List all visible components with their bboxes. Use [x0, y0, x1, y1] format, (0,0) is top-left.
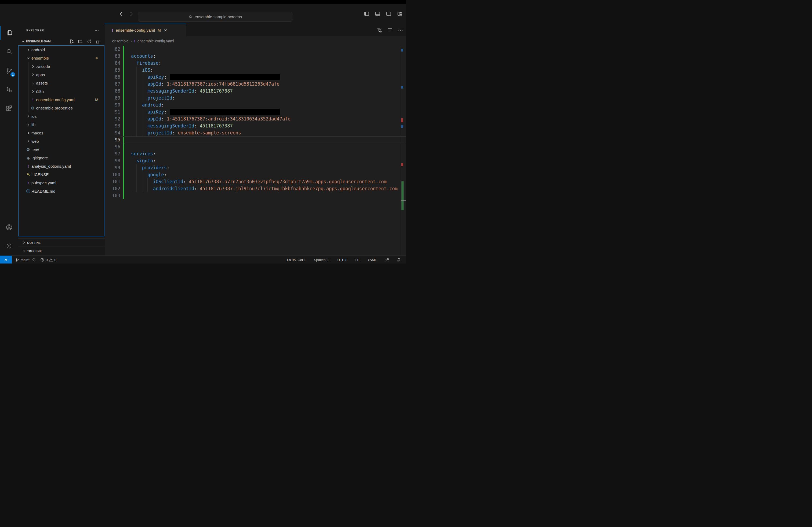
tree-item-ensemble-properties[interactable]: ⚙ensemble.properties — [18, 104, 104, 112]
cursor-position[interactable]: Ln 95, Col 1 — [286, 256, 307, 264]
info-icon: ⓘ — [26, 189, 30, 194]
encoding[interactable]: UTF-8 — [336, 256, 349, 264]
code-line-93[interactable]: 93messagingSenderId: 451181767387 — [105, 122, 406, 129]
code-line-82[interactable]: 82 — [105, 46, 406, 52]
redacted-value — [170, 74, 280, 80]
tree-item-ios[interactable]: ios — [18, 112, 104, 120]
new-folder-icon[interactable] — [78, 39, 83, 44]
more-actions-icon[interactable] — [398, 27, 403, 32]
code-line-91[interactable]: 91apiKey: — [105, 108, 406, 115]
remote-indicator[interactable] — [0, 256, 12, 264]
code-line-100[interactable]: 100google: — [105, 171, 406, 178]
code-line-102[interactable]: 102androidClientId: 451181767387-jhl9inu… — [105, 185, 406, 192]
tree-item-macos[interactable]: macos — [18, 129, 104, 137]
code-line-86[interactable]: 86apiKey: — [105, 74, 406, 80]
new-file-icon[interactable] — [69, 39, 74, 44]
errors-icon — [40, 258, 44, 262]
warning-count: 0 — [54, 258, 56, 262]
line-number: 103 — [105, 192, 120, 199]
code-line-88[interactable]: 88messagingSenderId: 451181767387 — [105, 88, 406, 94]
activity-explorer[interactable] — [0, 26, 19, 40]
branch-name: main* — [21, 258, 30, 262]
split-editor-icon[interactable] — [387, 27, 392, 32]
activity-account[interactable] — [0, 220, 18, 234]
toggle-secondary-sidebar-icon[interactable] — [386, 11, 391, 16]
chevron-right-icon — [31, 73, 35, 77]
code-line-89[interactable]: 89projectId: — [105, 94, 406, 102]
code-line-92[interactable]: 92appId: 1:451181767387:android:34183106… — [105, 115, 406, 122]
tree-item-analysis-options-yaml[interactable]: !analysis_options.yaml — [18, 162, 104, 170]
code-editor[interactable]: 8283accounts:84firebase:85iOS:86apiKey:8… — [105, 46, 406, 255]
tree-item-readme-md[interactable]: ⓘREADME.md — [18, 187, 104, 195]
code-line-97[interactable]: 97services: — [105, 150, 406, 157]
timeline-section[interactable]: TIMELINE — [18, 246, 105, 255]
activity-extensions[interactable] — [0, 102, 18, 115]
tree-item-license[interactable]: LICENSE — [18, 170, 104, 179]
command-center-search[interactable]: ensemble-sample-screens — [138, 12, 292, 22]
code-line-94[interactable]: 94projectId: ensemble-sample-screens — [105, 129, 406, 136]
tree-item-lib[interactable]: lib — [18, 120, 104, 129]
tab-ensemble-config[interactable]: ! ensemble-config.yaml M ✕ — [105, 24, 186, 36]
eol[interactable]: LF — [354, 256, 361, 264]
code-line-96[interactable]: 96 — [105, 143, 406, 150]
gutter-added-indicator — [123, 164, 124, 171]
tree-item--env[interactable]: ⚙.env — [18, 146, 104, 154]
workspace-section-header[interactable]: ENSEMBLE-SAM... — [18, 37, 105, 45]
code-line-103[interactable]: 103 — [105, 192, 406, 199]
toggle-sidebar-icon[interactable] — [364, 11, 369, 16]
code-line-98[interactable]: 98signIn: — [105, 157, 406, 164]
language-mode[interactable]: YAML — [366, 256, 378, 264]
code-line-99[interactable]: 99providers: — [105, 164, 406, 171]
customize-layout-icon[interactable] — [397, 11, 402, 16]
tree-item-web[interactable]: web — [18, 137, 104, 146]
tree-item-label: README.md — [31, 189, 55, 194]
tree-item-label: macos — [31, 131, 43, 135]
notifications-bell-icon[interactable] — [395, 256, 402, 264]
toggle-panel-icon[interactable] — [375, 11, 380, 16]
line-number: 88 — [105, 88, 120, 94]
tree-item-assets[interactable]: assets — [18, 79, 104, 87]
back-arrow-icon[interactable] — [118, 11, 124, 17]
code-line-101[interactable]: 101iOSClientId: 451181767387-a7rn75ot3n0… — [105, 178, 406, 185]
tree-item-android[interactable]: android — [18, 46, 104, 54]
gutter-added-indicator — [123, 129, 124, 136]
activity-settings[interactable] — [0, 239, 18, 253]
code-line-90[interactable]: 90android: — [105, 102, 406, 108]
open-changes-icon[interactable] — [377, 27, 382, 32]
code-line-84[interactable]: 84firebase: — [105, 60, 406, 66]
code-line-87[interactable]: 87appId: 1:451181767387:ios:74fb681bd581… — [105, 80, 406, 88]
activity-run-debug[interactable] — [0, 82, 18, 96]
activity-source-control[interactable]: 1 — [0, 64, 18, 78]
breadcrumb-folder[interactable]: ensemble — [112, 39, 129, 43]
activity-search[interactable] — [0, 45, 18, 59]
gutter-added-indicator — [123, 74, 124, 80]
tree-item--vscode[interactable]: .vscode — [18, 62, 104, 71]
tree-item-ensemble[interactable]: ensemble — [18, 54, 104, 62]
code-text: firebase: — [136, 60, 161, 66]
feedback-icon[interactable] — [383, 256, 390, 264]
problems-item[interactable]: 0 0 — [39, 256, 57, 264]
line-number: 97 — [105, 150, 120, 157]
tree-item-pubspec-yaml[interactable]: !pubspec.yaml — [18, 179, 104, 187]
tree-item-apps[interactable]: apps — [18, 71, 104, 79]
code-line-83[interactable]: 83accounts: — [105, 52, 406, 60]
run-debug-icon — [5, 86, 13, 93]
tree-item-i18n[interactable]: i18n — [18, 87, 104, 95]
explorer-more-actions-icon[interactable]: ⋯ — [95, 28, 99, 33]
breadcrumb-file[interactable]: ensemble-config.yaml — [137, 39, 174, 43]
gutter-added-indicator — [123, 80, 124, 88]
code-line-95[interactable]: 95 — [105, 136, 406, 143]
refresh-icon[interactable] — [87, 39, 91, 44]
outline-section[interactable]: OUTLINE — [18, 238, 105, 247]
line-number: 101 — [105, 178, 120, 185]
tree-item-ensemble-config-yaml[interactable]: !ensemble-config.yamlM — [18, 95, 104, 104]
git-branch-item[interactable]: main* — [14, 256, 37, 264]
tree-item--gitignore[interactable]: ◈.gitignore — [18, 154, 104, 162]
collapse-all-icon[interactable] — [96, 39, 100, 44]
forward-arrow-icon[interactable] — [129, 11, 134, 17]
code-line-85[interactable]: 85iOS: — [105, 66, 406, 74]
indentation[interactable]: Spaces: 2 — [313, 256, 331, 264]
code-text: apiKey: — [147, 74, 167, 80]
tab-close-icon[interactable]: ✕ — [164, 28, 167, 32]
overview-ruler[interactable] — [401, 46, 406, 255]
